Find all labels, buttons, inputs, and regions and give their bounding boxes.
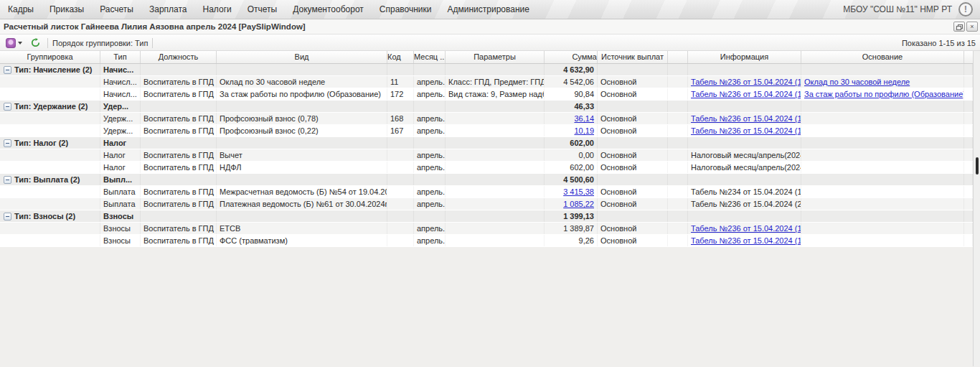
table-row[interactable]: ВыплатаВоспитатель в ГПДМежрасчетная вед… [0, 186, 973, 198]
refresh-icon [31, 38, 40, 47]
menu-item-5[interactable]: Налоги [195, 1, 240, 18]
info-link[interactable]: Табель №236 от 15.04.2024 (14 ... [691, 126, 801, 135]
sum-link[interactable]: 36,14 [574, 114, 594, 123]
column-header-type[interactable]: Тип [100, 51, 141, 63]
cell-position: Воспитатель в ГПД [141, 223, 217, 234]
chevron-down-icon [18, 42, 22, 45]
cell-type: Взносы [100, 235, 141, 246]
restore-window-button[interactable] [953, 22, 965, 32]
menu-item-2[interactable]: Приказы [42, 1, 92, 18]
cell-type: Удер... [100, 101, 141, 112]
column-header-month[interactable]: Месяц ... [414, 51, 446, 63]
menu-item-4[interactable]: Зарплата [141, 1, 195, 18]
cell-sum: 4 632,90 [545, 64, 598, 75]
sum-link[interactable]: 10,19 [574, 126, 594, 135]
group-row[interactable]: Тип: Удержание (2)Удер...46,33 [0, 101, 973, 113]
cell-source: Основной [598, 162, 668, 173]
cell-month: апрель... [414, 235, 446, 246]
actions-menu-button[interactable] [3, 37, 25, 50]
cell-type: Выпл... [100, 174, 141, 185]
cell-month: апрель... [414, 198, 446, 210]
cell-info: Табель №236 от 15.04.2024 (14 ... [688, 88, 801, 100]
cell-params [446, 137, 545, 149]
info-link[interactable]: Табель №236 от 15.04.2024 (14 ... [691, 90, 801, 98]
cell-code [387, 210, 414, 222]
cell-code [387, 186, 414, 198]
collapse-icon[interactable] [4, 139, 11, 147]
collapse-icon[interactable] [4, 103, 11, 111]
close-window-button[interactable]: × [966, 22, 978, 32]
cell-type: Налог [100, 137, 141, 149]
column-header-group[interactable]: Группировка [0, 51, 100, 63]
group-row[interactable]: Тип: Начисление (2)Начис...4 632,90 [0, 64, 973, 76]
info-link[interactable]: Табель №236 от 15.04.2024 (14 ... [691, 78, 801, 86]
menu-item-6[interactable]: Отчеты [240, 1, 285, 18]
column-header-blank[interactable] [668, 51, 688, 63]
cell-blank [668, 125, 688, 136]
menu-item-8[interactable]: Справочники [372, 1, 440, 18]
column-header-tail[interactable] [964, 51, 973, 63]
group-row[interactable]: Тип: Взносы (2)Взносы1 399,13 [0, 210, 973, 223]
cell-sum: 1 085,22 [545, 198, 598, 210]
group-row[interactable]: Тип: Налог (2)Налог602,00 [0, 137, 973, 149]
column-header-info[interactable]: Информация [688, 51, 801, 63]
column-header-basis[interactable]: Основание [801, 51, 964, 63]
actions-icon [6, 38, 16, 48]
menu-item-3[interactable]: Расчеты [92, 1, 141, 18]
basis-link[interactable]: За стаж работы по профилю (Образование) [804, 90, 964, 98]
sum-link[interactable]: 3 415,38 [563, 187, 594, 196]
group-row[interactable]: Тип: Выплата (2)Выпл...4 500,60 [0, 174, 973, 186]
cell-tail [964, 137, 973, 149]
column-header-position[interactable]: Должность [141, 51, 217, 63]
cell-position [141, 174, 217, 185]
table-row[interactable]: Начисл...Воспитатель в ГПДОклад по 30 ча… [0, 76, 973, 88]
info-link[interactable]: Табель №236 от 15.04.2024 (14 ... [691, 114, 801, 123]
table-row[interactable]: ВзносыВоспитатель в ГПДФСС (травматизм)а… [0, 235, 973, 247]
column-header-code[interactable]: Код [387, 51, 414, 63]
vertical-scrollbar[interactable] [973, 51, 980, 366]
collapse-icon[interactable] [4, 213, 11, 220]
table-row[interactable]: ВыплатаВоспитатель в ГПДПлатежная ведомо… [0, 198, 973, 210]
column-header-source[interactable]: Источник выплат [598, 51, 668, 63]
cell-month [414, 174, 446, 185]
table-row[interactable]: НалогВоспитатель в ГПДВычетапрель...0,00… [0, 149, 973, 162]
cell-basis [801, 210, 964, 222]
scrollbar-thumb[interactable] [976, 157, 979, 175]
cell-sum: 36,14 [545, 113, 598, 124]
table-row[interactable]: ВзносыВоспитатель в ГПДЕТСВапрель...1 38… [0, 223, 973, 235]
basis-link[interactable]: Оклад по 30 часовой неделе [804, 78, 910, 86]
cell-tail [964, 162, 973, 173]
cell-tail [964, 210, 973, 222]
table-row[interactable]: Начисл...Воспитатель в ГПДЗа стаж работы… [0, 88, 973, 101]
restore-icon [956, 24, 962, 29]
grouping-value[interactable]: Тип [135, 39, 148, 47]
cell-type: Начисл... [100, 88, 141, 100]
cell-group [0, 198, 100, 210]
column-header-kind[interactable]: Вид [217, 51, 387, 63]
cell-info: Налоговый месяц/апрель(2024) [688, 149, 801, 161]
cell-basis: За стаж работы по профилю (Образование) [801, 88, 964, 100]
column-header-params[interactable]: Параметры [446, 51, 545, 63]
column-header-sum[interactable]: Сумма [545, 51, 598, 63]
table-row[interactable]: НалогВоспитатель в ГПДНДФЛапрель...602,0… [0, 162, 973, 174]
exclamation-circle-icon[interactable]: ! [958, 2, 973, 17]
info-link[interactable]: Табель №236 от 15.04.2024 (14 ... [691, 224, 801, 233]
menu-item-7[interactable]: Документооборот [285, 1, 372, 18]
cell-type: Взносы [100, 223, 141, 234]
cell-type: Начис... [100, 64, 141, 75]
collapse-icon[interactable] [4, 176, 11, 184]
cell-group: Тип: Удержание (2) [0, 101, 100, 112]
cell-params [446, 174, 545, 185]
cell-kind: ФСС (травматизм) [217, 235, 387, 246]
cell-info: Табель №236 от 15.04.2024 (14 ... [688, 76, 801, 88]
info-link[interactable]: Табель №236 от 15.04.2024 (14 ... [691, 236, 801, 245]
table-row[interactable]: Удерж...Воспитатель в ГПДПрофсоюзный взн… [0, 113, 973, 125]
menu-item-9[interactable]: Администрирование [440, 1, 537, 18]
sum-link[interactable]: 1 085,22 [563, 200, 594, 208]
menu-item-1[interactable]: Кадры [0, 1, 42, 18]
collapse-icon[interactable] [4, 66, 11, 74]
refresh-button[interactable] [28, 37, 43, 49]
cell-kind: Вычет [217, 149, 387, 161]
cell-source: Основной [598, 186, 668, 198]
table-row[interactable]: Удерж...Воспитатель в ГПДПрофсоюзный взн… [0, 125, 973, 137]
